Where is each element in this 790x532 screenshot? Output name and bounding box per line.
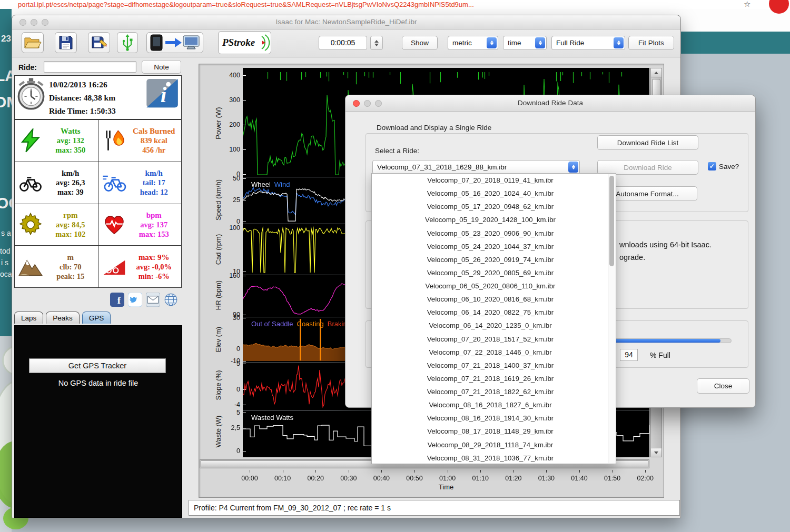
window-titlebar[interactable]: Isaac for Mac: NewtonSampleRide_HiDef.ib… (12, 15, 680, 29)
save-checkbox[interactable]: ✓ (708, 162, 716, 170)
pstroke-logo: PStroke (220, 32, 270, 53)
device-to-computer-button[interactable] (146, 32, 203, 53)
twitter-icon[interactable] (128, 293, 142, 307)
zoom-window-icon[interactable] (42, 19, 48, 26)
ride-list-item[interactable]: Velocomp_08_16_2018_1914_30_km.ibr (372, 411, 609, 425)
download-ride-button[interactable]: Download Ride (597, 160, 698, 175)
tab-laps[interactable]: Laps (14, 312, 43, 324)
bookmark-star-icon[interactable]: ☆ (744, 0, 750, 9)
minimize-dialog-icon[interactable] (364, 100, 371, 107)
ride-list-item[interactable]: Velocomp_08_29_2018_1118_74_km.ibr (372, 438, 609, 451)
ride-dropdown-items[interactable]: Velocomp_07_20_2018_0119_41_km.ibrVeloco… (372, 174, 609, 464)
webpage-text-fragment: s a (1, 229, 11, 237)
window-title: Isaac for Mac: NewtonSampleRide_HiDef.ib… (12, 15, 680, 29)
ride-dropdown-list[interactable]: Velocomp_07_20_2018_0119_41_km.ibrVeloco… (371, 173, 616, 464)
units-select[interactable]: metric (448, 36, 498, 50)
scroll-up-icon[interactable] (651, 68, 661, 77)
ride-list-item[interactable]: Velocomp_05_16_2020_1024_40_km.ibr (372, 187, 609, 200)
close-dialog-icon[interactable] (353, 100, 360, 107)
stats-grid: Wattsavg: 132max: 350Cals Burned839 kcal… (14, 119, 182, 288)
xaxis-select[interactable]: time (503, 36, 547, 50)
save-ride-button[interactable] (55, 32, 77, 53)
y-tick-label: 100 (187, 146, 240, 153)
step-down-icon[interactable] (374, 44, 379, 46)
ride-list-item[interactable]: Velocomp_07_20_2018_1517_52_km.ibr (372, 333, 609, 346)
minimize-window-icon[interactable] (31, 19, 37, 26)
show-button[interactable]: Show (402, 36, 438, 50)
fit-plots-button[interactable]: Fit Plots (628, 36, 674, 50)
range-select[interactable]: Full Ride (551, 36, 625, 50)
stat-climb: mclb: 70peak: 15 (15, 246, 98, 288)
open-ride-button[interactable] (22, 32, 44, 53)
info-text-fragment: ograde. (619, 253, 645, 262)
y-tick-label: 25 (187, 196, 240, 204)
open-folder-icon (24, 35, 42, 50)
stopwatch-icon (16, 77, 46, 111)
gps-panel: Get GPS Tracker No GPS data in ride file (14, 325, 182, 518)
webpage-text-fragment: 23 (1, 34, 11, 44)
tab-gps[interactable]: GPS (82, 312, 111, 324)
x-tick-label: 00:10 (270, 475, 295, 482)
ride-list-item[interactable]: Velocomp_07_21_2018_1822_62_km.ibr (372, 385, 609, 398)
stat-watts: Wattsavg: 132max: 350 (15, 120, 98, 162)
ride-list-item[interactable]: Velocomp_08_31_2018_1036_77_km.ibr (372, 451, 609, 465)
ride-combobox[interactable]: Velocomp_07_31_2018_1629_88_km.ibr (372, 160, 580, 174)
ride-list-item[interactable]: Velocomp_06_14_2020_1235_0_km.ibr (372, 319, 609, 332)
stat-value: max: 153 (128, 229, 181, 239)
ride-list-item[interactable]: Velocomp_07_20_2018_0119_41_km.ibr (372, 174, 609, 187)
email-icon[interactable] (146, 293, 160, 307)
x-tick-label: 01:40 (567, 475, 592, 482)
ride-list-item[interactable]: Velocomp_08_16_2018_1827_6_km.ibr (372, 398, 609, 411)
ride-list-item[interactable]: Velocomp_05_24_2020_1044_37_km.ibr (372, 240, 609, 253)
y-tick-label: 160 (187, 272, 240, 279)
x-tick-mark (613, 470, 613, 473)
ride-input[interactable] (44, 61, 136, 73)
x-tick-label: 01:10 (468, 475, 493, 482)
download-ride-list-button[interactable]: Download Ride List (597, 135, 698, 150)
usb-download-button[interactable] (117, 32, 138, 53)
stat-cadence: rpmavg: 84,5max: 102 (15, 204, 98, 246)
facebook-icon[interactable]: f (110, 293, 124, 307)
get-gps-tracker-button[interactable]: Get GPS Tracker (29, 358, 166, 373)
dropdown-scrollbar[interactable] (608, 174, 615, 463)
pstroke-text: PStroke (222, 37, 255, 48)
scroll-down-icon[interactable] (651, 448, 661, 457)
sidebar-tabs: LapsPeaksGPS (14, 312, 113, 324)
tab-peaks[interactable]: Peaks (46, 312, 80, 324)
social-row: f (110, 293, 178, 307)
browser-url-bar[interactable]: portal.ipl.pt/escs/netpa/page?stage=difh… (0, 0, 790, 9)
stat-title: rpm (44, 210, 97, 220)
ride-list-item[interactable]: Velocomp_05_17_2020_0948_62_km.ibr (372, 200, 609, 213)
y-axis-title-slope: Slope (%) (214, 370, 222, 400)
ride-list-item[interactable]: Velocomp_06_05_2020_0806_110_km.ibr (372, 279, 609, 293)
ride-list-item[interactable]: Velocomp_05_29_2020_0805_69_km.ibr (372, 266, 609, 279)
webpage-left-strip: 23 LA OM OC s a tod i s oca (0, 9, 12, 336)
stat-value: 456 /hr (128, 145, 181, 155)
ride-list-item[interactable]: Velocomp_05_19_2020_1428_100_km.ibr (372, 213, 609, 226)
ride-list-item[interactable]: Velocomp_07_21_2018_1400_37_km.ibr (372, 359, 609, 372)
save-as-button[interactable] (88, 32, 110, 53)
zoom-dialog-icon[interactable] (375, 100, 382, 107)
ride-list-item[interactable]: Velocomp_06_10_2020_0816_68_km.ibr (372, 293, 609, 306)
scrollbar-thumb[interactable] (609, 176, 614, 266)
ride-list-item[interactable]: Velocomp_07_22_2018_1446_0_km.ibr (372, 346, 609, 359)
playback-time-field[interactable]: 0:00:05 (319, 36, 367, 50)
ride-list-item[interactable]: Velocomp_06_14_2020_0822_75_km.ibr (372, 306, 609, 319)
stat-value: max: 350 (44, 145, 97, 155)
close-button[interactable]: Close (697, 378, 749, 394)
pstroke-button[interactable]: PStroke (218, 31, 271, 54)
toolbar: PStroke 0:00:05 Show metric time Full Ri… (12, 29, 680, 57)
ride-list-item[interactable]: Velocomp_05_23_2020_0906_90_km.ibr (372, 227, 609, 240)
ride-list-item[interactable]: Velocomp_07_21_2018_1619_26_km.ibr (372, 372, 609, 385)
time-stepper[interactable] (370, 36, 383, 50)
close-window-icon[interactable] (19, 19, 26, 26)
save-checkbox-group[interactable]: ✓ Save? (708, 162, 739, 170)
dialog-titlebar[interactable]: Download Ride Data (345, 95, 755, 112)
step-up-icon[interactable] (374, 40, 379, 43)
ride-list-item[interactable]: Velocomp_08_17_2018_1148_29_km.ibr (372, 425, 609, 438)
web-icon[interactable] (164, 293, 178, 307)
x-tick-mark (645, 470, 646, 473)
note-button[interactable]: Note (142, 60, 181, 74)
wind-bicycle-icon (101, 170, 128, 195)
ride-list-item[interactable]: Velocomp_05_26_2020_0919_74_km.ibr (372, 253, 609, 266)
